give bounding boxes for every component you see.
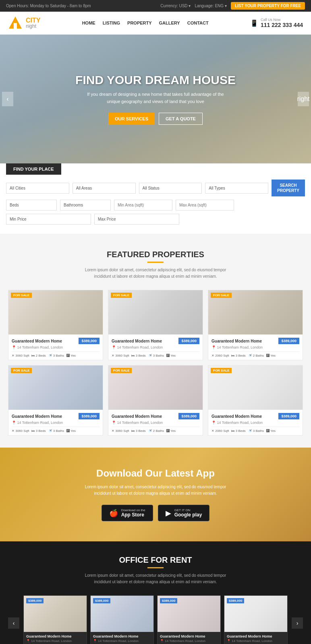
property-title-row: Guaranteed Modern Home $389,000: [211, 338, 299, 344]
property-name: Guaranteed Modern Home: [112, 414, 162, 419]
office-card-address: 📍 14 Tottenham Road, London: [93, 639, 151, 643]
hero-next-button[interactable]: right: [298, 92, 309, 106]
property-address: 14 Tottenham Road, London: [211, 345, 299, 349]
property-sqft: ✕ 3060 Sqft: [12, 429, 29, 433]
nav-listing[interactable]: LISTING: [103, 21, 120, 25]
max-area-input[interactable]: [176, 200, 234, 211]
search-row-2: Beds Bathrooms: [6, 200, 305, 211]
hero-prev-button[interactable]: ‹: [2, 92, 13, 106]
property-beds: 🛏 3 Beds: [231, 429, 245, 433]
list-property-button[interactable]: LIST YOUR PROPERTY FOR FREE: [231, 2, 305, 10]
property-card[interactable]: FOR SALE Guaranteed Modern Home $389,000…: [8, 290, 103, 360]
properties-grid: FOR SALE Guaranteed Modern Home $389,000…: [8, 290, 303, 436]
office-card-info: Guaranteed Modern Home 📍 14 Tottenham Ro…: [224, 632, 287, 644]
search-row-3: Min Price Max Price: [6, 214, 179, 225]
google-play-icon: ▶: [166, 509, 171, 518]
property-baths: 🚿 3 Baths: [48, 429, 64, 433]
hero-title: FIND YOUR DREAM HOUSE: [75, 73, 236, 87]
office-card-image: $389,000: [91, 596, 153, 632]
for-sale-badge: FOR SALE: [111, 368, 132, 373]
office-card[interactable]: $389,000 Guaranteed Modern Home 📍 14 Tot…: [157, 595, 221, 644]
property-baths: 🚿 2 Baths: [248, 354, 264, 357]
top-bar: Open Hours: Monday to Saturday - 8am to …: [0, 0, 311, 12]
property-address: 14 Tottenham Road, London: [112, 421, 199, 425]
property-image: FOR SALE: [208, 290, 303, 334]
property-info: Guaranteed Modern Home $389,000 14 Totte…: [208, 410, 303, 435]
logo[interactable]: CITY night: [8, 16, 40, 30]
hero-section: FIND YOUR DREAM HOUSE If you dream of de…: [0, 35, 311, 163]
office-card[interactable]: $389,000 Guaranteed Modern Home 📍 14 Tot…: [90, 595, 154, 644]
office-next-button[interactable]: ›: [292, 617, 303, 629]
office-prev-button[interactable]: ‹: [8, 617, 19, 629]
app-desc: Lorem ipsum dolor sit amet, consectetur …: [83, 484, 228, 497]
our-services-button[interactable]: OUR SERVICES: [108, 113, 155, 125]
property-card[interactable]: FOR SALE Guaranteed Modern Home $389,000…: [108, 290, 203, 360]
property-parking: 🅿 Yes: [166, 354, 176, 357]
property-info: Guaranteed Modern Home $389,000 14 Totte…: [8, 410, 103, 435]
property-card[interactable]: FOR SALE Guaranteed Modern Home $389,000…: [208, 290, 303, 360]
property-address: 14 Tottenham Road, London: [12, 421, 100, 425]
property-name: Guaranteed Modern Home: [12, 339, 62, 343]
bathrooms-select[interactable]: Bathrooms: [60, 200, 111, 211]
property-card[interactable]: FOR SALE Guaranteed Modern Home $389,000…: [8, 365, 103, 436]
property-card[interactable]: FOR SALE Guaranteed Modern Home $389,000…: [108, 365, 203, 436]
office-card-address: 📍 14 Tottenham Road, London: [26, 639, 84, 643]
office-card-image: $389,000: [158, 596, 220, 632]
phone-icon: 📱: [250, 19, 258, 27]
office-price-badge: $389,000: [93, 598, 110, 603]
appstore-text: Download on the App Store: [121, 508, 145, 518]
status-select[interactable]: All Status: [139, 183, 202, 194]
office-card-name: Guaranteed Modern Home: [227, 634, 285, 638]
office-card[interactable]: $389,000 Guaranteed Modern Home 📍 14 Tot…: [224, 595, 288, 644]
type-select[interactable]: All Types: [205, 183, 268, 194]
property-name: Guaranteed Modern Home: [12, 414, 62, 419]
featured-divider: [147, 262, 164, 263]
property-title-row: Guaranteed Modern Home $389,000: [12, 338, 100, 344]
property-name: Guaranteed Modern Home: [112, 339, 162, 343]
nav-property[interactable]: PROPERTY: [127, 21, 152, 25]
svg-rect-1: [14, 23, 17, 29]
city-select[interactable]: All Cities: [6, 183, 69, 194]
property-baths: 🚿 3 Baths: [148, 354, 164, 357]
min-price-select[interactable]: Min Price: [6, 214, 91, 225]
max-price-select[interactable]: Max Price: [94, 214, 179, 225]
area-select[interactable]: All Areas: [73, 183, 136, 194]
nav-gallery[interactable]: GALLERY: [159, 21, 180, 25]
nav-contact[interactable]: CONTACT: [187, 21, 209, 25]
language-selector[interactable]: Language: ENG ▾: [195, 4, 227, 8]
office-card-image: $389,000: [224, 596, 287, 632]
googleplay-button[interactable]: ▶ GET IT ON Google play: [158, 505, 210, 521]
for-sale-badge: FOR SALE: [11, 293, 32, 298]
property-sqft: ✕ 3060 Sqft: [12, 354, 29, 357]
property-beds: 🛏 3 Beds: [131, 354, 145, 357]
nav-home[interactable]: HOME: [82, 21, 95, 25]
property-parking: 🅿 Yes: [166, 429, 176, 433]
office-card[interactable]: $389,000 Guaranteed Modern Home 📍 14 Tot…: [23, 595, 87, 644]
property-features: ✕ 2060 Sqft 🛏 3 Beds 🚿 2 Baths 🅿 Yes: [211, 351, 299, 357]
min-area-input[interactable]: [114, 200, 172, 211]
office-card-info: Guaranteed Modern Home 📍 14 Tottenham Ro…: [158, 632, 220, 644]
get-quote-button[interactable]: GET A QUOTE: [159, 113, 203, 125]
property-features: ✕ 3060 Sqft 🛏 3 Beds 🚿 2 Baths 🅿 Yes: [112, 427, 199, 433]
beds-select[interactable]: Beds: [6, 200, 57, 211]
main-nav: HOME LISTING PROPERTY GALLERY CONTACT: [82, 21, 209, 25]
property-price: $389,000: [178, 338, 199, 344]
office-card-info: Guaranteed Modern Home 📍 14 Tottenham Ro…: [24, 632, 87, 644]
property-title-row: Guaranteed Modern Home $389,000: [112, 413, 199, 419]
app-title: Download Our Latest App: [8, 468, 303, 479]
currency-selector[interactable]: Currency: USD ▾: [160, 4, 191, 8]
app-buttons: 🍎 Download on the App Store ▶ GET IT ON …: [8, 505, 303, 521]
office-card-name: Guaranteed Modern Home: [93, 634, 151, 638]
search-section: FIND YOUR PLACE All Cities All Areas All…: [0, 163, 311, 234]
property-card[interactable]: FOR SALE Guaranteed Modern Home $389,000…: [208, 365, 303, 436]
property-beds: 🛏 3 Beds: [131, 429, 145, 433]
office-card-address: 📍 14 Tottenham Road, London: [160, 639, 218, 643]
property-info: Guaranteed Modern Home $389,000 14 Totte…: [208, 334, 303, 360]
property-sqft: ✕ 2060 Sqft: [211, 429, 229, 433]
property-address: 14 Tottenham Road, London: [12, 345, 100, 349]
search-property-button[interactable]: SEARCH PROPERTY: [272, 180, 305, 196]
property-beds: 🛏 3 Beds: [31, 429, 46, 433]
appstore-button[interactable]: 🍎 Download on the App Store: [102, 505, 153, 521]
property-price: $389,000: [79, 338, 100, 344]
property-image: FOR SALE: [108, 290, 203, 334]
